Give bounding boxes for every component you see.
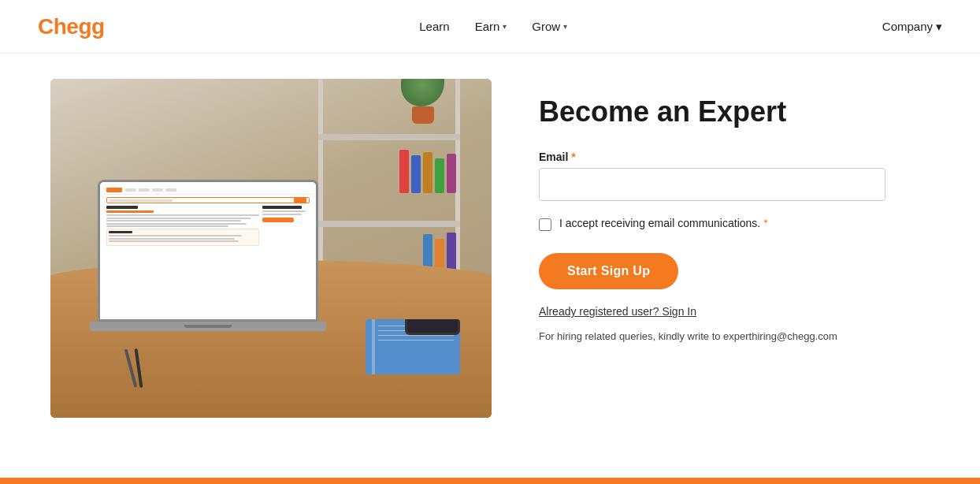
navbar: Chegg Learn Earn ▾ Grow ▾ Company ▾ [0, 0, 980, 54]
laptop-expert-line-3 [109, 240, 239, 242]
laptop-line-1 [106, 214, 259, 216]
book-5 [447, 154, 456, 193]
laptop-expert-box [106, 229, 259, 246]
nav-earn[interactable]: Earn ▾ [475, 20, 507, 33]
laptop-search-btn [294, 198, 306, 203]
laptop-line-4 [106, 223, 247, 225]
laptop-nav [103, 185, 313, 195]
laptop-line-5 [106, 225, 228, 227]
learn-label: Learn [419, 20, 449, 33]
laptop-expert-lines [109, 235, 257, 242]
laptop-expert-line-2 [109, 238, 235, 240]
laptop-screen-inner [100, 182, 316, 319]
laptop-text-lines [106, 214, 259, 227]
phone-screen [407, 319, 458, 333]
signin-link[interactable]: Already registered user? Sign In [539, 305, 942, 318]
laptop-nav-link-4 [165, 188, 176, 192]
laptop-question-title [106, 206, 138, 209]
nav-learn[interactable]: Learn [419, 20, 449, 33]
books-row-1 [399, 150, 456, 193]
scene [50, 79, 492, 418]
pens [129, 348, 140, 388]
laptop-post-title [262, 206, 302, 209]
book-3 [423, 152, 432, 193]
laptop-line-3 [106, 220, 241, 222]
laptop-expert-title [109, 231, 132, 233]
signup-form-panel: Become an Expert Email * I accept receiv… [539, 79, 942, 342]
email-required-star: * [571, 151, 575, 163]
company-label: Company [882, 20, 933, 33]
laptop-section-link [106, 210, 154, 213]
earn-label: Earn [475, 20, 500, 33]
laptop-search-bar [106, 197, 310, 203]
plant-pot [412, 106, 434, 124]
notebook-line-3 [378, 335, 454, 336]
laptop-content [103, 206, 313, 246]
email-label: Email * [539, 151, 942, 163]
plant-leaves [401, 79, 444, 106]
laptop-nav-link-1 [125, 188, 136, 192]
nav-grow[interactable]: Grow ▾ [532, 20, 567, 33]
checkbox-required-star: * [763, 217, 767, 229]
laptop-expert-line-1 [109, 235, 242, 236]
company-chevron-icon: ▾ [936, 20, 942, 34]
book-2 [411, 155, 421, 193]
laptop [74, 180, 342, 331]
email-label-text: Email [539, 151, 568, 163]
start-signup-button[interactable]: Start Sign Up [539, 253, 678, 289]
logo[interactable]: Chegg [38, 14, 105, 39]
laptop-nav-links [125, 188, 176, 192]
laptop-post-line-2 [262, 214, 302, 215]
notebook [366, 319, 460, 374]
checkbox-group: I accept receiving email communications.… [539, 217, 942, 231]
laptop-left-col [106, 206, 259, 246]
company-menu[interactable]: Company ▾ [882, 20, 942, 34]
earn-chevron-icon: ▾ [503, 22, 507, 31]
hiring-text: For hiring related queries, kindly write… [539, 330, 942, 342]
grow-chevron-icon: ▾ [563, 22, 567, 31]
laptop-hinge [184, 325, 232, 328]
email-group: Email * [539, 151, 942, 201]
bottom-accent-bar [0, 478, 980, 484]
shelf-horizontal-1 [318, 134, 460, 140]
navbar-right: Company ▾ [882, 20, 942, 34]
notebook-line-4 [378, 340, 454, 341]
laptop-right-col [262, 206, 310, 246]
hero-image [50, 79, 492, 418]
laptop-post-line-1 [262, 210, 306, 212]
book-1 [399, 150, 409, 193]
plant [401, 79, 444, 124]
main-content: Become an Expert Email * I accept receiv… [0, 54, 980, 483]
table-items [366, 319, 460, 374]
grow-label: Grow [532, 20, 560, 33]
laptop-nav-link-2 [139, 188, 150, 192]
checkbox-label: I accept receiving email communications.… [559, 217, 768, 229]
email-consent-checkbox[interactable] [539, 218, 551, 231]
laptop-continue-btn [262, 218, 294, 222]
laptop-chegg-logo [106, 188, 122, 192]
laptop-nav-link-3 [152, 188, 163, 192]
phone [405, 319, 460, 335]
email-input[interactable] [539, 168, 885, 201]
laptop-search-text [110, 199, 173, 202]
laptop-post-lines [262, 210, 310, 215]
laptop-base [90, 322, 326, 331]
laptop-screen [98, 180, 318, 322]
checkbox-label-text: I accept receiving email communications. [559, 217, 760, 229]
form-title: Become an Expert [539, 95, 942, 128]
nav-links: Learn Earn ▾ Grow ▾ [419, 20, 567, 33]
laptop-line-2 [106, 218, 251, 219]
book-4 [435, 158, 444, 193]
